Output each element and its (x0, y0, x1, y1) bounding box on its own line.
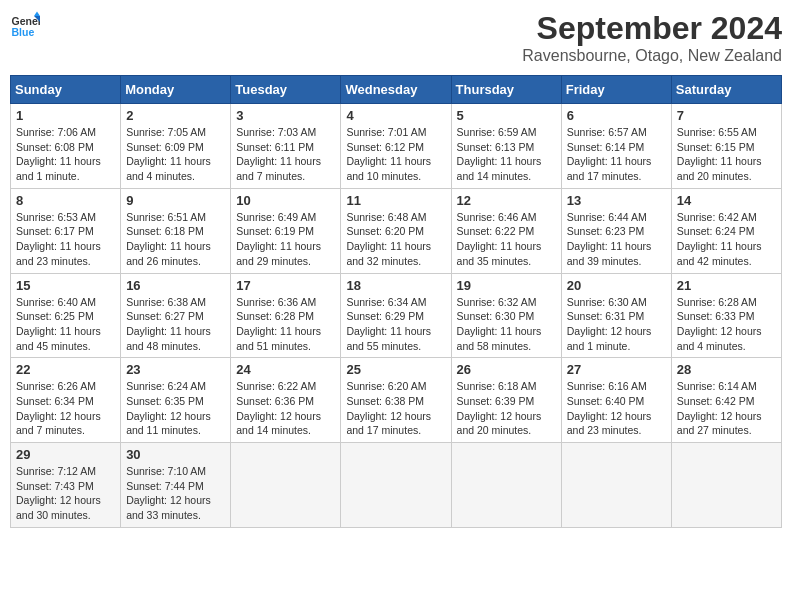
table-row: 29 Sunrise: 7:12 AM Sunset: 7:43 PM Dayl… (11, 443, 121, 528)
day-info: Sunrise: 6:20 AM Sunset: 6:38 PM Dayligh… (346, 379, 445, 438)
table-row: 10 Sunrise: 6:49 AM Sunset: 6:19 PM Dayl… (231, 188, 341, 273)
table-row: 4 Sunrise: 7:01 AM Sunset: 6:12 PM Dayli… (341, 104, 451, 189)
page-subtitle: Ravensbourne, Otago, New Zealand (522, 47, 782, 65)
calendar-header-row: Sunday Monday Tuesday Wednesday Thursday… (11, 76, 782, 104)
day-info: Sunrise: 6:18 AM Sunset: 6:39 PM Dayligh… (457, 379, 556, 438)
day-number: 11 (346, 193, 445, 208)
day-info: Sunrise: 6:38 AM Sunset: 6:27 PM Dayligh… (126, 295, 225, 354)
col-sunday: Sunday (11, 76, 121, 104)
day-number: 6 (567, 108, 666, 123)
day-info: Sunrise: 6:55 AM Sunset: 6:15 PM Dayligh… (677, 125, 776, 184)
day-number: 12 (457, 193, 556, 208)
calendar-table: Sunday Monday Tuesday Wednesday Thursday… (10, 75, 782, 528)
table-row: 9 Sunrise: 6:51 AM Sunset: 6:18 PM Dayli… (121, 188, 231, 273)
day-info: Sunrise: 6:22 AM Sunset: 6:36 PM Dayligh… (236, 379, 335, 438)
day-info: Sunrise: 6:14 AM Sunset: 6:42 PM Dayligh… (677, 379, 776, 438)
day-info: Sunrise: 6:59 AM Sunset: 6:13 PM Dayligh… (457, 125, 556, 184)
day-info: Sunrise: 6:34 AM Sunset: 6:29 PM Dayligh… (346, 295, 445, 354)
day-info: Sunrise: 6:28 AM Sunset: 6:33 PM Dayligh… (677, 295, 776, 354)
page-header: General Blue September 2024 Ravensbourne… (10, 10, 782, 65)
table-row: 17 Sunrise: 6:36 AM Sunset: 6:28 PM Dayl… (231, 273, 341, 358)
svg-marker-2 (34, 12, 40, 17)
day-number: 8 (16, 193, 115, 208)
table-row: 28 Sunrise: 6:14 AM Sunset: 6:42 PM Dayl… (671, 358, 781, 443)
title-block: September 2024 Ravensbourne, Otago, New … (522, 10, 782, 65)
calendar-week-2: 8 Sunrise: 6:53 AM Sunset: 6:17 PM Dayli… (11, 188, 782, 273)
col-monday: Monday (121, 76, 231, 104)
table-row: 3 Sunrise: 7:03 AM Sunset: 6:11 PM Dayli… (231, 104, 341, 189)
day-info: Sunrise: 7:10 AM Sunset: 7:44 PM Dayligh… (126, 464, 225, 523)
table-row (231, 443, 341, 528)
day-info: Sunrise: 6:48 AM Sunset: 6:20 PM Dayligh… (346, 210, 445, 269)
table-row: 27 Sunrise: 6:16 AM Sunset: 6:40 PM Dayl… (561, 358, 671, 443)
day-number: 30 (126, 447, 225, 462)
table-row: 14 Sunrise: 6:42 AM Sunset: 6:24 PM Dayl… (671, 188, 781, 273)
table-row: 8 Sunrise: 6:53 AM Sunset: 6:17 PM Dayli… (11, 188, 121, 273)
day-info: Sunrise: 6:53 AM Sunset: 6:17 PM Dayligh… (16, 210, 115, 269)
day-number: 25 (346, 362, 445, 377)
day-info: Sunrise: 7:05 AM Sunset: 6:09 PM Dayligh… (126, 125, 225, 184)
logo-icon: General Blue (10, 10, 40, 40)
calendar-week-3: 15 Sunrise: 6:40 AM Sunset: 6:25 PM Dayl… (11, 273, 782, 358)
table-row: 23 Sunrise: 6:24 AM Sunset: 6:35 PM Dayl… (121, 358, 231, 443)
day-number: 16 (126, 278, 225, 293)
day-info: Sunrise: 6:57 AM Sunset: 6:14 PM Dayligh… (567, 125, 666, 184)
svg-text:Blue: Blue (12, 26, 35, 38)
table-row (451, 443, 561, 528)
day-number: 1 (16, 108, 115, 123)
day-number: 17 (236, 278, 335, 293)
table-row (671, 443, 781, 528)
table-row: 25 Sunrise: 6:20 AM Sunset: 6:38 PM Dayl… (341, 358, 451, 443)
table-row: 30 Sunrise: 7:10 AM Sunset: 7:44 PM Dayl… (121, 443, 231, 528)
day-number: 14 (677, 193, 776, 208)
col-friday: Friday (561, 76, 671, 104)
table-row: 13 Sunrise: 6:44 AM Sunset: 6:23 PM Dayl… (561, 188, 671, 273)
day-info: Sunrise: 6:42 AM Sunset: 6:24 PM Dayligh… (677, 210, 776, 269)
table-row: 24 Sunrise: 6:22 AM Sunset: 6:36 PM Dayl… (231, 358, 341, 443)
day-info: Sunrise: 6:24 AM Sunset: 6:35 PM Dayligh… (126, 379, 225, 438)
calendar-week-1: 1 Sunrise: 7:06 AM Sunset: 6:08 PM Dayli… (11, 104, 782, 189)
table-row: 20 Sunrise: 6:30 AM Sunset: 6:31 PM Dayl… (561, 273, 671, 358)
table-row: 11 Sunrise: 6:48 AM Sunset: 6:20 PM Dayl… (341, 188, 451, 273)
col-thursday: Thursday (451, 76, 561, 104)
table-row: 19 Sunrise: 6:32 AM Sunset: 6:30 PM Dayl… (451, 273, 561, 358)
table-row: 18 Sunrise: 6:34 AM Sunset: 6:29 PM Dayl… (341, 273, 451, 358)
day-number: 19 (457, 278, 556, 293)
table-row: 15 Sunrise: 6:40 AM Sunset: 6:25 PM Dayl… (11, 273, 121, 358)
table-row: 1 Sunrise: 7:06 AM Sunset: 6:08 PM Dayli… (11, 104, 121, 189)
day-number: 22 (16, 362, 115, 377)
day-number: 26 (457, 362, 556, 377)
day-info: Sunrise: 6:46 AM Sunset: 6:22 PM Dayligh… (457, 210, 556, 269)
table-row: 5 Sunrise: 6:59 AM Sunset: 6:13 PM Dayli… (451, 104, 561, 189)
day-number: 5 (457, 108, 556, 123)
table-row (561, 443, 671, 528)
col-tuesday: Tuesday (231, 76, 341, 104)
table-row: 6 Sunrise: 6:57 AM Sunset: 6:14 PM Dayli… (561, 104, 671, 189)
day-number: 20 (567, 278, 666, 293)
table-row: 22 Sunrise: 6:26 AM Sunset: 6:34 PM Dayl… (11, 358, 121, 443)
day-number: 9 (126, 193, 225, 208)
day-info: Sunrise: 7:03 AM Sunset: 6:11 PM Dayligh… (236, 125, 335, 184)
day-info: Sunrise: 6:36 AM Sunset: 6:28 PM Dayligh… (236, 295, 335, 354)
day-info: Sunrise: 6:26 AM Sunset: 6:34 PM Dayligh… (16, 379, 115, 438)
table-row: 26 Sunrise: 6:18 AM Sunset: 6:39 PM Dayl… (451, 358, 561, 443)
day-number: 2 (126, 108, 225, 123)
day-number: 27 (567, 362, 666, 377)
day-number: 15 (16, 278, 115, 293)
day-number: 24 (236, 362, 335, 377)
day-info: Sunrise: 6:40 AM Sunset: 6:25 PM Dayligh… (16, 295, 115, 354)
day-number: 10 (236, 193, 335, 208)
day-number: 18 (346, 278, 445, 293)
table-row: 7 Sunrise: 6:55 AM Sunset: 6:15 PM Dayli… (671, 104, 781, 189)
day-info: Sunrise: 7:01 AM Sunset: 6:12 PM Dayligh… (346, 125, 445, 184)
table-row: 12 Sunrise: 6:46 AM Sunset: 6:22 PM Dayl… (451, 188, 561, 273)
day-number: 23 (126, 362, 225, 377)
table-row: 21 Sunrise: 6:28 AM Sunset: 6:33 PM Dayl… (671, 273, 781, 358)
day-info: Sunrise: 7:12 AM Sunset: 7:43 PM Dayligh… (16, 464, 115, 523)
day-number: 21 (677, 278, 776, 293)
col-wednesday: Wednesday (341, 76, 451, 104)
table-row (341, 443, 451, 528)
day-info: Sunrise: 6:44 AM Sunset: 6:23 PM Dayligh… (567, 210, 666, 269)
day-info: Sunrise: 6:49 AM Sunset: 6:19 PM Dayligh… (236, 210, 335, 269)
day-number: 4 (346, 108, 445, 123)
